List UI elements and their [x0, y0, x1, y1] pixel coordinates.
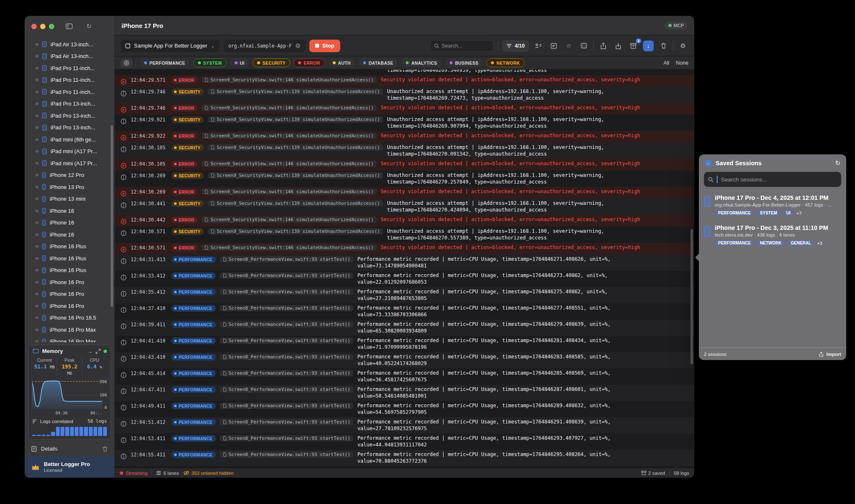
- saved-count[interactable]: 2 saved: [641, 471, 665, 476]
- log-category-tag[interactable]: ERROR: [172, 161, 197, 167]
- filter-chip-security[interactable]: SECURITY: [253, 58, 291, 67]
- device-item[interactable]: iPhone 16 Pro Max: [25, 336, 114, 343]
- refresh-devices-button[interactable]: ↻: [83, 21, 94, 32]
- log-row[interactable]: 12:04:29.746SECURITYScreen9_SecurityView…: [115, 87, 694, 103]
- search-input[interactable]: Search...: [430, 40, 493, 52]
- select-all-button[interactable]: All: [663, 60, 669, 66]
- device-item[interactable]: iPhone 13 Pro: [25, 181, 114, 193]
- autoscroll-button[interactable]: ↓: [643, 40, 654, 51]
- session-search-input[interactable]: Search sessions...: [704, 172, 841, 187]
- log-category-tag[interactable]: SECURITY: [172, 144, 204, 151]
- log-category-tag[interactable]: SECURITY: [172, 116, 204, 123]
- log-row[interactable]: 12:04:57.411PERFORMANCEScreen8_Performan…: [115, 466, 694, 468]
- device-item[interactable]: iPhone 16: [25, 217, 114, 229]
- log-row[interactable]: 12:04:29.921SECURITYScreen9_SecurityView…: [115, 115, 694, 131]
- log-scrollbar[interactable]: [691, 229, 693, 364]
- device-item[interactable]: iPhone 16 Plus: [25, 241, 114, 253]
- log-category-tag[interactable]: ERROR: [172, 217, 197, 223]
- log-row[interactable]: 12:04:30.441SECURITYScreen9_SecurityView…: [115, 199, 694, 215]
- filter-chip-error[interactable]: ERROR: [293, 58, 324, 67]
- log-category-tag[interactable]: PERFORMANCE: [172, 354, 216, 360]
- contact-lanes-button[interactable]: [533, 40, 544, 51]
- minimize-window-button[interactable]: [40, 24, 46, 29]
- log-category-tag[interactable]: PERFORMANCE: [172, 419, 216, 426]
- log-row[interactable]: 12:04:30.269SECURITYScreen9_SecurityView…: [115, 171, 694, 187]
- log-row[interactable]: 12:04:30.571ERRORScreen9_SecurityView.sw…: [115, 243, 694, 255]
- filter-chip-analytics[interactable]: ANALYTICS: [401, 58, 442, 67]
- device-item[interactable]: iPhone 16 Pro 18.5: [25, 312, 114, 324]
- device-item[interactable]: iPad Pro 13-inch...: [25, 98, 114, 110]
- log-row[interactable]: 12:04:30.442ERRORScreen9_SecurityView.sw…: [115, 215, 694, 227]
- lane-view-button[interactable]: [121, 58, 132, 68]
- log-row[interactable]: 12:04:51.412PERFORMANCEScreen8_Performan…: [115, 417, 694, 433]
- log-row[interactable]: 12:04:41.410PERFORMANCEScreen8_Performan…: [115, 336, 694, 352]
- log-category-tag[interactable]: ERROR: [172, 105, 197, 111]
- log-row[interactable]: 12:04:29.922ERRORScreen9_SecurityView.sw…: [115, 131, 694, 143]
- log-category-tag[interactable]: PERFORMANCE: [172, 272, 216, 279]
- log-category-tag[interactable]: ERROR: [172, 133, 197, 139]
- log-row[interactable]: 12:04:45.414PERFORMANCEScreen8_Performan…: [115, 368, 694, 385]
- log-category-tag[interactable]: PERFORMANCE: [172, 386, 216, 393]
- log-category-tag[interactable]: PERFORMANCE: [172, 305, 216, 312]
- filter-chip-auth[interactable]: AUTH: [328, 58, 355, 67]
- trash-icon[interactable]: [102, 446, 108, 452]
- filter-chip-ui[interactable]: UI: [230, 58, 249, 67]
- filter-chip-network[interactable]: NETWORK: [486, 58, 524, 67]
- arrow-right-icon[interactable]: →: [88, 348, 93, 354]
- log-row[interactable]: 12:04:30.269ERRORScreen9_SecurityView.sw…: [115, 187, 694, 199]
- log-row[interactable]: 12:04:53.411PERFORMANCEScreen8_Performan…: [115, 433, 694, 450]
- details-row[interactable]: Details: [25, 441, 114, 456]
- device-item[interactable]: iPad mini (A17 Pr...: [25, 146, 114, 158]
- device-item[interactable]: iPad Pro 11-inch...: [25, 74, 114, 86]
- device-item[interactable]: iPad Air 13-inch...: [25, 50, 114, 63]
- filter-chip-system[interactable]: SYSTEM: [193, 58, 227, 67]
- session-item[interactable]: iPhone 17 Pro - Dec 3, 2025 at 11:10 PMt…: [699, 222, 846, 249]
- log-row[interactable]: 12:04:35.412PERFORMANCEScreen8_Performan…: [115, 287, 694, 303]
- log-category-tag[interactable]: PERFORMANCE: [172, 435, 216, 442]
- close-window-button[interactable]: [31, 24, 37, 29]
- log-category-tag[interactable]: PERFORMANCE: [172, 338, 216, 344]
- device-item[interactable]: iPad mini (A17 Pr...: [25, 157, 114, 169]
- log-category-tag[interactable]: ERROR: [172, 189, 197, 195]
- favorites-button[interactable]: ☆: [563, 40, 574, 51]
- clear-logs-button[interactable]: [658, 40, 669, 51]
- log-category-tag[interactable]: ERROR: [172, 244, 197, 251]
- log-row[interactable]: 12:04:30.105SECURITYScreen9_SecurityView…: [115, 143, 694, 159]
- filter-chip-business[interactable]: BUSINESS: [445, 58, 483, 67]
- zoom-window-button[interactable]: [49, 24, 54, 29]
- device-item[interactable]: iPad Pro 11-inch...: [25, 62, 114, 74]
- import-button[interactable]: Import: [819, 351, 841, 357]
- export-button[interactable]: [613, 40, 624, 51]
- filter-chip-database[interactable]: DATABASE: [359, 58, 398, 67]
- log-category-tag[interactable]: PERFORMANCE: [172, 370, 216, 377]
- log-row[interactable]: 12:04:29.746ERRORScreen9_SecurityView.sw…: [115, 103, 694, 115]
- device-item[interactable]: iPhone 16: [25, 205, 114, 217]
- toggle-sidebar-button[interactable]: [63, 21, 74, 32]
- device-item[interactable]: iPad Pro 13-inch...: [25, 122, 114, 134]
- device-item[interactable]: iPhone 16 Pro: [25, 276, 114, 288]
- refresh-icon[interactable]: ↻: [835, 159, 840, 167]
- device-item[interactable]: iPad mini (6th ge...: [25, 134, 114, 146]
- device-item[interactable]: iPhone 16 Pro: [25, 300, 114, 312]
- device-item[interactable]: iPad Pro 13-inch...: [25, 110, 114, 122]
- log-category-tag[interactable]: PERFORMANCE: [172, 289, 216, 295]
- filter-chip-performance[interactable]: PERFORMANCE: [139, 58, 190, 67]
- log-row[interactable]: 12:04:33.412PERFORMANCEScreen8_Performan…: [115, 271, 694, 287]
- device-item[interactable]: iPhone 16: [25, 229, 114, 241]
- log-row[interactable]: 12:04:29.571SECURITYScreen9_SecurityView…: [115, 70, 694, 75]
- saved-sessions-button[interactable]: 2: [628, 40, 639, 51]
- device-item[interactable]: iPhone 13 mini: [25, 193, 114, 205]
- filter-count-pill[interactable]: 4/10: [502, 40, 529, 52]
- log-row[interactable]: 12:04:43.410PERFORMANCEScreen8_Performan…: [115, 352, 694, 368]
- log-row[interactable]: 12:04:29.571ERRORScreen9_SecurityView.sw…: [115, 75, 694, 87]
- device-item[interactable]: iPad Pro 11-inch...: [25, 86, 114, 98]
- table-view-button[interactable]: [578, 40, 589, 51]
- bundle-id-pill[interactable]: org.nfxai.Sample-App-F: [224, 40, 305, 52]
- log-row[interactable]: 12:04:37.410PERFORMANCEScreen8_Performan…: [115, 303, 694, 320]
- device-item[interactable]: iPhone 16 Pro Max: [25, 324, 114, 336]
- stop-button[interactable]: Stop: [309, 40, 340, 52]
- select-none-button[interactable]: None: [676, 60, 688, 66]
- rules-button[interactable]: [548, 40, 559, 51]
- expand-icon[interactable]: [96, 349, 101, 354]
- close-icon[interactable]: [295, 43, 301, 48]
